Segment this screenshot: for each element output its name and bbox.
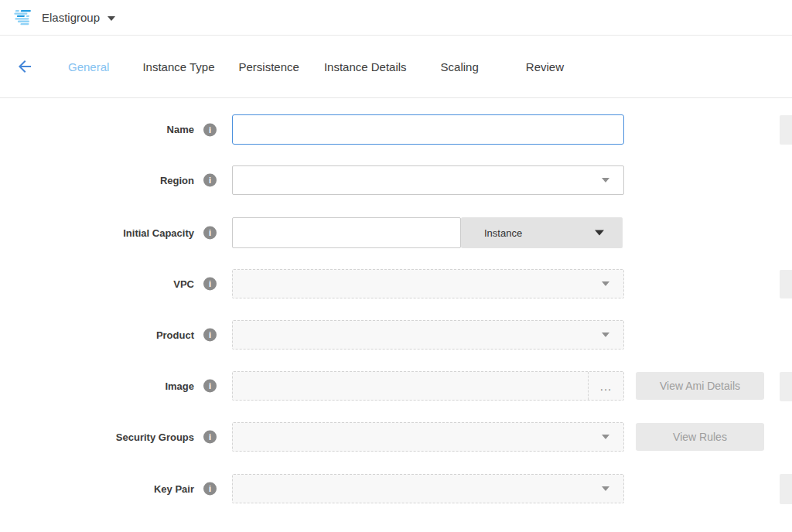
product-label: Product	[0, 320, 194, 350]
product-select-disabled	[232, 320, 624, 350]
topbar: Elastigroup	[0, 0, 792, 36]
region-select[interactable]	[232, 165, 624, 195]
clipped-edge-element	[780, 115, 792, 145]
wizard-tabbar: General Instance Type Persistence Instan…	[0, 36, 792, 98]
chevron-down-icon	[595, 230, 604, 236]
tab-instance-details[interactable]: Instance Details	[324, 60, 407, 73]
region-label: Region	[0, 165, 194, 195]
form-row-security-groups: Security Groups i View Rules	[0, 422, 792, 452]
info-icon[interactable]: i	[203, 329, 217, 342]
clipped-edge-element	[780, 372, 792, 401]
view-ami-details-button: View Ami Details	[636, 372, 764, 400]
form-row-product: Product i	[0, 320, 792, 350]
initial-capacity-input[interactable]	[232, 217, 461, 248]
tab-persistence[interactable]: Persistence	[239, 60, 299, 73]
initial-capacity-label: Initial Capacity	[0, 217, 194, 248]
back-button[interactable]	[15, 57, 34, 76]
tab-review[interactable]: Review	[526, 60, 564, 73]
info-icon[interactable]: i	[203, 431, 217, 444]
tab-instance-type[interactable]: Instance Type	[142, 60, 214, 73]
caret-down-icon	[108, 16, 115, 21]
info-icon[interactable]: i	[203, 174, 217, 187]
form-row-vpc: VPC i	[0, 269, 792, 298]
name-input[interactable]	[232, 114, 624, 145]
key-pair-label: Key Pair	[0, 474, 194, 503]
wizard-tabs: General Instance Type Persistence Instan…	[68, 36, 564, 97]
capacity-unit-select[interactable]: Instance	[461, 217, 623, 248]
info-icon[interactable]: i	[203, 123, 217, 136]
info-icon[interactable]: i	[203, 483, 217, 496]
tab-general[interactable]: General	[68, 60, 109, 73]
vpc-select-disabled	[232, 269, 624, 298]
key-pair-select-disabled	[232, 474, 624, 503]
security-groups-select-disabled	[232, 422, 624, 452]
app-switcher[interactable]: Elastigroup	[42, 11, 115, 24]
clipped-edge-element	[780, 474, 792, 504]
security-groups-label: Security Groups	[0, 422, 194, 452]
form-row-region: Region i	[0, 165, 792, 195]
capacity-unit-value: Instance	[484, 227, 522, 239]
vpc-label: VPC	[0, 269, 194, 298]
chevron-down-icon	[602, 178, 609, 182]
image-input-disabled: ...	[232, 371, 624, 401]
name-label: Name	[0, 114, 194, 145]
browse-ami-button: ...	[588, 372, 623, 400]
elastigroup-logo-icon	[12, 10, 32, 26]
chevron-down-icon	[602, 486, 609, 491]
info-icon[interactable]: i	[203, 380, 217, 393]
info-icon[interactable]: i	[203, 278, 217, 291]
info-icon[interactable]: i	[203, 227, 217, 240]
form-row-image: Image i ... View Ami Details	[0, 371, 792, 401]
image-label: Image	[0, 371, 194, 401]
elastigroup-create-wizard: Elastigroup General Instance Type Persis…	[0, 0, 792, 532]
clipped-edge-element	[780, 270, 792, 298]
chevron-down-icon	[602, 281, 609, 286]
form-row-initial-capacity: Initial Capacity i Instance	[0, 217, 792, 248]
form-row-name: Name i	[0, 114, 792, 145]
view-rules-button: View Rules	[636, 423, 764, 451]
form-row-key-pair: Key Pair i	[0, 474, 792, 503]
tab-scaling[interactable]: Scaling	[441, 60, 479, 73]
chevron-down-icon	[602, 435, 609, 439]
chevron-down-icon	[602, 332, 609, 337]
app-title: Elastigroup	[42, 11, 100, 24]
